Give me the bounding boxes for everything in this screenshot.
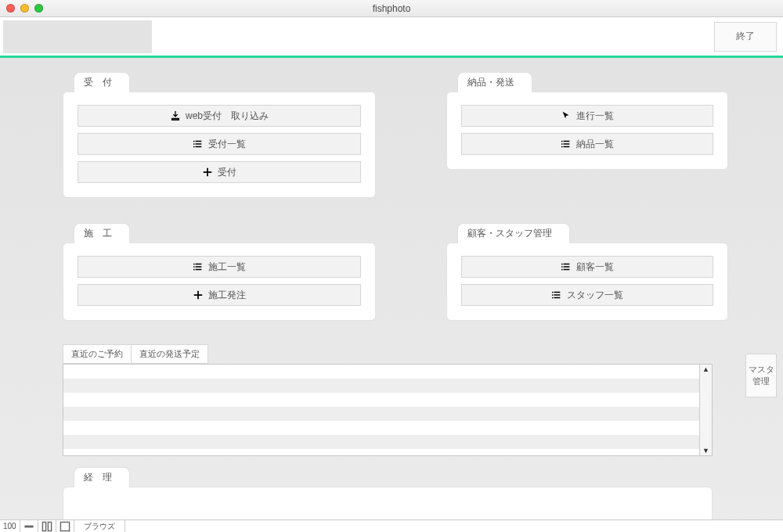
svg-rect-15: [24, 525, 33, 527]
staff-list-button[interactable]: スタッフ一覧: [461, 284, 713, 306]
panel-construction: 施 工 施工一覧 施工発注: [63, 223, 376, 321]
tab-recent-reservations[interactable]: 直近のご予約: [63, 344, 132, 364]
construction-order-button[interactable]: 施工発注: [78, 284, 361, 306]
list-icon: [551, 289, 562, 300]
reception-new-button[interactable]: 受付: [78, 161, 361, 183]
customer-list-label: 顧客一覧: [576, 261, 614, 274]
svg-point-5: [561, 146, 563, 148]
list-row: [63, 379, 699, 393]
svg-point-2: [193, 146, 195, 148]
panel-customer-staff-title: 顧客・スタッフ管理: [457, 223, 570, 243]
plus-icon: [193, 289, 204, 300]
web-import-label: web受付 取り込み: [186, 110, 269, 123]
scroll-down-icon[interactable]: ▼: [702, 447, 709, 455]
list-row: [63, 435, 699, 449]
window-title: fishphoto: [373, 3, 411, 14]
svg-point-12: [552, 292, 554, 293]
svg-point-1: [193, 143, 195, 145]
list-row: [63, 421, 699, 435]
logo-placeholder: [3, 20, 152, 53]
statusbar-btn-2[interactable]: [38, 520, 56, 532]
titlebar: fishphoto: [0, 0, 783, 17]
web-import-button[interactable]: web受付 取り込み: [78, 105, 361, 127]
main-area: 受 付 web受付 取り込み 受付一覧: [0, 58, 783, 519]
svg-rect-16: [42, 522, 45, 530]
svg-rect-18: [60, 522, 69, 530]
delivery-list-label: 納品一覧: [576, 138, 614, 151]
svg-point-3: [561, 141, 563, 142]
svg-point-11: [561, 269, 563, 271]
header-bar: 終了: [0, 17, 783, 58]
list-icon: [193, 138, 204, 149]
scrollbar[interactable]: ▲ ▼: [699, 365, 712, 455]
panel-reception-title: 受 付: [74, 72, 130, 92]
staff-list-label: スタッフ一覧: [567, 289, 623, 302]
svg-point-7: [193, 266, 195, 268]
reception-list-label: 受付一覧: [208, 138, 246, 151]
list-row: [63, 365, 699, 379]
list-row: [63, 393, 699, 407]
panel-delivery-title: 納品・発送: [457, 72, 532, 92]
construction-order-label: 施工発注: [208, 289, 246, 302]
construction-list-label: 施工一覧: [208, 261, 246, 274]
list-icon: [561, 138, 572, 149]
status-bar: 100 ブラウズ: [0, 519, 783, 532]
panel-customer-staff: 顧客・スタッフ管理 顧客一覧 スタッフ一覧: [446, 223, 728, 321]
svg-point-13: [552, 294, 554, 296]
statusbar-btn-1[interactable]: [20, 520, 38, 532]
tab-recent-shipments[interactable]: 直近の発送予定: [131, 344, 208, 364]
plus-icon: [202, 167, 213, 178]
zoom-level[interactable]: 100: [0, 520, 20, 532]
customer-list-button[interactable]: 顧客一覧: [461, 256, 713, 278]
progress-list-button[interactable]: 進行一覧: [461, 105, 713, 127]
svg-point-6: [193, 264, 195, 265]
panel-accounting-title: 経 理: [74, 467, 130, 487]
cursor-icon: [561, 110, 572, 121]
scroll-up-icon[interactable]: ▲: [702, 365, 709, 373]
list-icon: [561, 261, 572, 272]
delivery-list-button[interactable]: 納品一覧: [461, 133, 713, 155]
statusbar-btn-3[interactable]: [56, 520, 74, 532]
svg-point-10: [561, 266, 563, 268]
list-row: [63, 407, 699, 421]
svg-point-9: [561, 264, 563, 265]
close-window-button[interactable]: [6, 4, 15, 13]
recent-listview: ▲ ▼: [63, 364, 713, 456]
master-management-button[interactable]: マスタ 管理: [745, 354, 777, 397]
listview-rows[interactable]: [63, 365, 699, 455]
reception-new-label: 受付: [218, 166, 236, 179]
panel-reception: 受 付 web受付 取り込み 受付一覧: [63, 72, 376, 198]
panel-accounting: 経 理: [63, 467, 713, 519]
lower-section: 直近のご予約 直近の発送予定 ▲ ▼: [63, 344, 713, 456]
minimize-window-button[interactable]: [20, 4, 29, 13]
zoom-window-button[interactable]: [34, 4, 43, 13]
panel-construction-title: 施 工: [74, 223, 130, 243]
exit-button[interactable]: 終了: [714, 22, 777, 52]
svg-point-0: [193, 141, 195, 142]
browse-mode-label[interactable]: ブラウズ: [74, 520, 125, 532]
download-icon: [170, 110, 181, 121]
reception-list-button[interactable]: 受付一覧: [78, 133, 361, 155]
construction-list-button[interactable]: 施工一覧: [78, 256, 361, 278]
progress-list-label: 進行一覧: [576, 110, 614, 123]
svg-point-8: [193, 269, 195, 271]
window-controls: [0, 4, 43, 13]
master-management-label: マスタ 管理: [749, 364, 774, 388]
list-icon: [193, 261, 204, 272]
svg-rect-17: [48, 522, 51, 530]
svg-point-14: [552, 297, 554, 299]
panel-delivery: 納品・発送 進行一覧 納品一覧: [446, 72, 728, 198]
svg-point-4: [561, 143, 563, 145]
